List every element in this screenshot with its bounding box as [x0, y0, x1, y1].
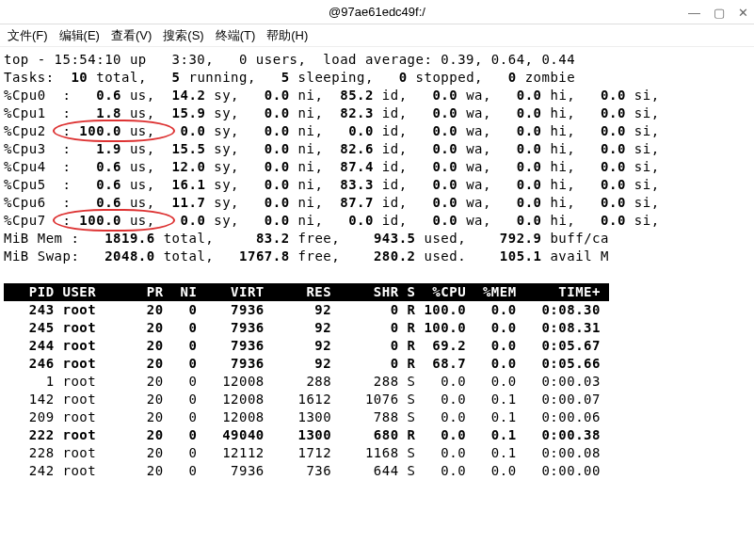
- summary-swap: MiB Swap: 2048.0 total, 1767.8 free, 280…: [4, 248, 750, 265]
- cpu-line-0: %Cpu0 : 0.6 us, 14.2 sy, 0.0 ni, 85.2 id…: [4, 87, 750, 104]
- summary-uptime: top - 15:54:10 up 3:30, 0 users, load av…: [4, 51, 750, 69]
- menu-bar: 文件(F) 编辑(E) 查看(V) 搜索(S) 终端(T) 帮助(H): [0, 24, 754, 47]
- maximize-icon[interactable]: ▢: [714, 6, 725, 20]
- cpu-line-4: %Cpu4 : 0.6 us, 12.0 sy, 0.0 ni, 87.4 id…: [4, 158, 750, 176]
- minimize-icon[interactable]: —: [688, 6, 700, 20]
- window-controls: — ▢ ✕: [688, 0, 748, 24]
- cpu-line-7: %Cpu7 : 100.0 us, 0.0 sy, 0.0 ni, 0.0 id…: [4, 212, 750, 230]
- close-icon[interactable]: ✕: [738, 6, 748, 20]
- cpu-line-1: %Cpu1 : 1.8 us, 15.9 sy, 0.0 ni, 82.3 id…: [4, 104, 750, 122]
- window-titlebar: @97ae61edc49f:/ — ▢ ✕: [0, 0, 754, 24]
- menu-search[interactable]: 搜索(S): [163, 27, 203, 44]
- process-row: 246 root 20 0 7936 92 0 R 68.7 0.0 0:05.…: [4, 355, 750, 373]
- menu-file[interactable]: 文件(F): [8, 27, 48, 44]
- process-row: 209 root 20 0 12008 1300 788 S 0.0 0.1 0…: [4, 408, 750, 426]
- summary-mem: MiB Mem : 1819.6 total, 83.2 free, 943.5…: [4, 230, 750, 248]
- process-row: 142 root 20 0 12008 1612 1076 S 0.0 0.1 …: [4, 391, 750, 408]
- process-row: 243 root 20 0 7936 92 0 R 100.0 0.0 0:08…: [4, 301, 750, 319]
- process-row: 1 root 20 0 12008 288 288 S 0.0 0.0 0:00…: [4, 373, 750, 391]
- blank-line: [4, 265, 750, 283]
- menu-help[interactable]: 帮助(H): [266, 27, 308, 44]
- process-row: 242 root 20 0 7936 736 644 S 0.0 0.0 0:0…: [4, 462, 750, 480]
- cpu-line-6: %Cpu6 : 0.6 us, 11.7 sy, 0.0 ni, 87.7 id…: [4, 194, 750, 212]
- cpu-line-2: %Cpu2 : 100.0 us, 0.0 sy, 0.0 ni, 0.0 id…: [4, 122, 750, 140]
- window-title: @97ae61edc49f:/: [329, 5, 425, 19]
- process-row: 228 root 20 0 12112 1712 1168 S 0.0 0.1 …: [4, 444, 750, 462]
- menu-terminal[interactable]: 终端(T): [216, 27, 256, 44]
- cpu-line-3: %Cpu3 : 1.9 us, 15.5 sy, 0.0 ni, 82.6 id…: [4, 140, 750, 158]
- cpu-line-5: %Cpu5 : 0.6 us, 16.1 sy, 0.0 ni, 83.3 id…: [4, 176, 750, 194]
- terminal-output[interactable]: top - 15:54:10 up 3:30, 0 users, load av…: [0, 47, 754, 484]
- menu-view[interactable]: 查看(V): [111, 27, 152, 44]
- menu-edit[interactable]: 编辑(E): [59, 27, 100, 44]
- summary-tasks: Tasks: 10 total, 5 running, 5 sleeping, …: [4, 69, 750, 87]
- process-row: 222 root 20 0 49040 1300 680 R 0.0 0.1 0…: [4, 426, 750, 444]
- process-row: 244 root 20 0 7936 92 0 R 69.2 0.0 0:05.…: [4, 337, 750, 355]
- process-header: PID USER PR NI VIRT RES SHR S %CPU %MEM …: [4, 283, 750, 301]
- process-row: 245 root 20 0 7936 92 0 R 100.0 0.0 0:08…: [4, 319, 750, 337]
